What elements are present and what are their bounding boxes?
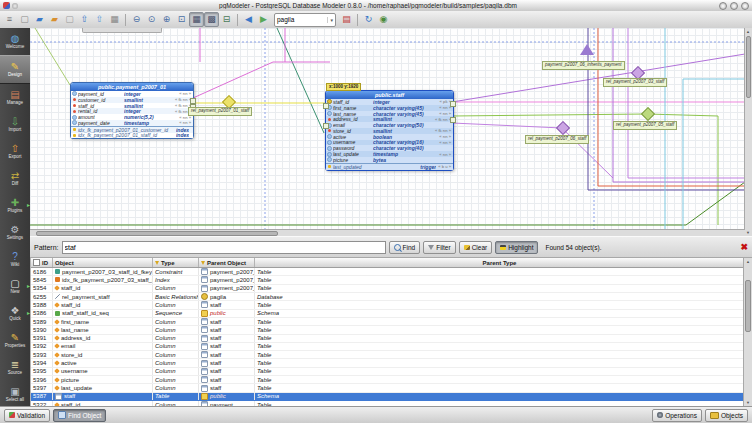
inheritance-triangle[interactable] [580, 44, 594, 55]
partial-table-edge[interactable] [82, 28, 162, 33]
table-row[interactable]: 5397last_updateColumnstaffTable [31, 384, 745, 392]
table-row[interactable]: 5394activeColumnstaffTable [31, 359, 745, 367]
table-row[interactable]: 5391address_idColumnstaffTable [31, 335, 745, 343]
table-row[interactable]: 5390last_nameColumnstaffTable [31, 326, 745, 334]
toolbar-icons: ≡▢▰▰▢⇧⇧▦⊖⊙⊕⊡▦▩⊟◀▶pagila▾▤↻◉ [0, 11, 752, 29]
close-icon[interactable] [741, 2, 749, 10]
export-file-icon[interactable]: ▢ [62, 12, 77, 27]
relationship-label[interactable]: rel_payment_p2007_01_staff [188, 107, 252, 116]
minimize-icon[interactable] [719, 2, 727, 10]
zoom-in-icon[interactable]: ⊕ [159, 12, 174, 27]
table-row[interactable]: 5845idx_fk_payment_p2007_03_staff_idInde… [31, 276, 745, 284]
sidebar-item-export[interactable]: ⇧Export [0, 138, 30, 165]
operations-button[interactable]: Operations [652, 409, 702, 422]
undo-icon[interactable]: ◀ [241, 12, 256, 27]
highlight-button[interactable]: Highlight [495, 241, 538, 254]
sidebar-item-label: Settings [7, 235, 23, 241]
sidebar-item-properties[interactable]: ✎Properties [0, 327, 30, 354]
validation-button[interactable]: Validation [4, 409, 50, 422]
find-object-panel: Pattern: Find Filter Clear Highlight Fou… [30, 236, 752, 258]
clear-button[interactable]: Clear [459, 241, 493, 254]
sidebar-item-diff[interactable]: ⇄Diff [0, 165, 30, 192]
sidebar-item-quick[interactable]: ❖Quick▸ [0, 300, 30, 327]
sidebar-item-select-all[interactable]: ▣Select all [0, 381, 30, 408]
results-header-row[interactable]: ID Object Type Parent Object Parent Type [31, 258, 745, 268]
magnifier-icon [394, 244, 401, 251]
support-icon[interactable]: ◉ [376, 12, 391, 27]
find-object-button[interactable]: Find Object [53, 409, 106, 422]
table-row[interactable]: 6186payment_p2007_03_staff_id_fkeyConstr… [31, 268, 745, 276]
table-row[interactable]: 5392emailColumnstaffTable [31, 343, 745, 351]
er-column-row[interactable]: picturebytea [326, 157, 453, 163]
table-row[interactable]: 5395usernameColumnstaffTable [31, 368, 745, 376]
table-row[interactable]: 6255rel_payment_staffBasic Relationshipp… [31, 293, 745, 301]
redo-icon[interactable]: ▶ [256, 12, 271, 27]
er-table-staff[interactable]: x:1000 y:1920 public.staff staff_idinteg… [325, 90, 454, 171]
results-body: 6186payment_p2007_03_staff_id_fkeyConstr… [31, 268, 745, 406]
find-button[interactable]: Find [389, 241, 421, 254]
select-all-checkbox-icon[interactable] [33, 259, 40, 266]
filter-button[interactable]: Filter [423, 241, 455, 254]
er-column-row[interactable]: payment_datetimestamp« nn » [71, 120, 193, 126]
column-icon [54, 385, 60, 391]
er-table-title[interactable]: public.payment_p2007_01 [71, 83, 193, 91]
table-row[interactable]: 5393store_idColumnstaffTable [31, 351, 745, 359]
fk-icon [73, 98, 76, 101]
er-table-payment-p2007-01[interactable]: public.payment_p2007_01 payment_idintege… [70, 82, 194, 139]
sidebar-item-import[interactable]: ⇩Import [0, 111, 30, 138]
snap-to-grid-icon[interactable]: ▩ [204, 12, 219, 27]
table-row[interactable]: 5396pictureColumnstaffTable [31, 376, 745, 384]
zoom-out-icon[interactable]: ⊖ [129, 12, 144, 27]
show-grid-icon[interactable]: ▦ [189, 12, 204, 27]
wiki-icon: ? [12, 251, 18, 262]
results-vertical-scrollbar[interactable]: ▲ ▼ [743, 258, 752, 406]
close-find-panel-icon[interactable]: ✖ [740, 243, 748, 252]
expand-canvas-icon[interactable]: ⊟ [219, 12, 234, 27]
sidebar-item-welcome[interactable]: ◍Welcome [0, 28, 30, 55]
sidebar-item-settings[interactable]: ⚙Settings [0, 219, 30, 246]
er-ext-row[interactable]: idx_fk_payment_p2007_01_staff_idindex [71, 133, 193, 139]
open-model-icon[interactable]: ▰ [32, 12, 47, 27]
update-check-icon[interactable]: ↻ [361, 12, 376, 27]
maximize-icon[interactable] [730, 2, 738, 10]
relationship-label[interactable]: rel_payment_p2007_06_staff [525, 135, 589, 144]
relationship-label[interactable]: payment_p2007_06_inherits_payment [542, 61, 625, 70]
relationship-label[interactable]: rel_payment_p2007_05_staff [613, 121, 677, 130]
sidebar-item-label: New [10, 289, 19, 295]
sidebar-item-design[interactable]: ✎Design [0, 55, 30, 84]
er-ext-row[interactable]: last_updatedtrigger« b u » [326, 164, 453, 170]
zoom-fit-icon[interactable]: ⊡ [174, 12, 189, 27]
table-row[interactable]: 5389first_nameColumnstaffTable [31, 318, 745, 326]
window-menu-icon[interactable] [12, 3, 18, 9]
table-row[interactable]: 5387staffTablepublicSchema [31, 393, 745, 401]
table-row[interactable]: 5354staff_idColumnpayment_p2007_04Table [31, 285, 745, 293]
edit-metadata-icon[interactable]: ▤ [339, 12, 354, 27]
sidebar-item-wiki[interactable]: ?Wiki [0, 246, 30, 273]
er-table-title[interactable]: public.staff [326, 91, 453, 99]
model-selector-dropdown[interactable]: pagila▾ [274, 13, 336, 27]
print-icon[interactable]: ▦ [107, 12, 122, 27]
sort-icon[interactable] [155, 261, 159, 265]
model-canvas[interactable]: public.payment_p2007_01 payment_idintege… [30, 28, 745, 236]
save-model-icon[interactable]: ▰ [47, 12, 62, 27]
table-row[interactable]: 5386staff_staff_id_seqSequencepublicSche… [31, 310, 745, 318]
sidebar-item-plugins[interactable]: ✚Plugins▸ [0, 192, 30, 219]
pattern-input[interactable] [62, 241, 386, 254]
relationship-label[interactable]: rel_payment_p2007_03_staff [603, 78, 667, 87]
sidebar-item-new[interactable]: ▢New▸ [0, 273, 30, 300]
trigger-icon [328, 165, 331, 168]
table-row[interactable]: 5388staff_idColumnstaffTable [31, 301, 745, 309]
canvas-vertical-scrollbar[interactable]: ▲ ▼ [744, 28, 752, 236]
export-image-icon[interactable]: ⇧ [77, 12, 92, 27]
zoom-original-icon[interactable]: ⊙ [144, 12, 159, 27]
er-table-columns: staff_idinteger« pk »first_namecharacter… [326, 99, 453, 170]
sidebar-item-label: Import [9, 127, 22, 133]
sort-icon[interactable] [201, 261, 205, 265]
objects-button[interactable]: Objects [705, 409, 748, 422]
sidebar-item-label: Select all [6, 397, 24, 403]
sidebar-item-manage[interactable]: ▤Manage [0, 84, 30, 111]
sidebar-item-source[interactable]: ≣Source [0, 354, 30, 381]
export-svg-icon[interactable]: ⇧ [92, 12, 107, 27]
main-menu-icon[interactable]: ≡ [2, 12, 17, 27]
new-model-icon[interactable]: ▢ [17, 12, 32, 27]
